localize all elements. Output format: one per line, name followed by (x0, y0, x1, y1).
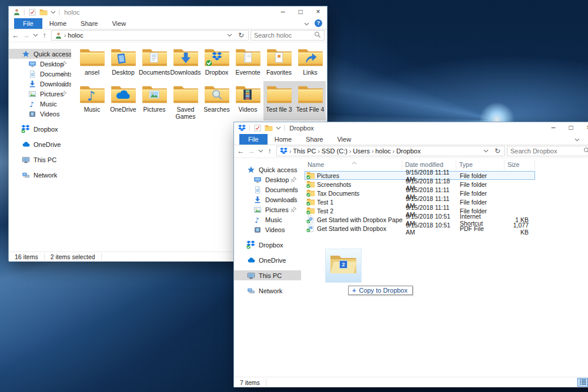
properties-icon[interactable] (28, 8, 36, 16)
w1-address-bar[interactable]: ›holoc ↻ (51, 30, 249, 41)
sidebar-item-this-pc[interactable]: This PC (234, 270, 301, 280)
breadcrumb-segment-this-pc[interactable]: This PC (293, 148, 316, 155)
maximize-button[interactable]: □ (562, 122, 580, 133)
close-button[interactable]: × (580, 122, 588, 133)
ribbon-tab-file[interactable]: File (14, 18, 42, 29)
back-button[interactable]: ← (236, 147, 246, 155)
new-folder-icon[interactable] (39, 9, 48, 16)
file-row-get-started-with-dropbox[interactable]: Get Started with Dropbox9/15/2018 10:51 … (305, 224, 535, 233)
sidebar-item-music[interactable]: ♪Music (9, 99, 71, 109)
search-input[interactable] (510, 148, 583, 155)
grid-item-desktop[interactable]: Desktop (108, 44, 139, 81)
sidebar-item-quick-access[interactable]: Quick access (234, 165, 301, 175)
sidebar-item-videos[interactable]: Videos (234, 225, 301, 234)
sidebar-item-this-pc[interactable]: This PC (9, 155, 71, 165)
pin-icon[interactable] (61, 61, 67, 68)
sidebar-item-pictures[interactable]: Pictures (234, 205, 301, 215)
breadcrumb-segment-dropbox[interactable]: Dropbox (396, 148, 421, 155)
ribbon-tab-view[interactable]: View (105, 18, 133, 29)
breadcrumb-segment-ssd-c-[interactable]: SSD (C:) (322, 148, 348, 155)
w2-address-bar[interactable]: ›This PC›SSD (C:)›Users›holoc›Dropbox ↻ (276, 146, 505, 156)
up-button[interactable]: ↑ (39, 31, 49, 39)
sidebar-item-quick-access[interactable]: Quick access (9, 49, 71, 59)
close-button[interactable]: × (309, 6, 327, 18)
sidebar-item-network[interactable]: Network (234, 286, 301, 296)
pin-icon[interactable] (61, 71, 67, 78)
ribbon-tab-share[interactable]: Share (74, 18, 105, 29)
grid-item-test-file-3[interactable]: Test file 3 (263, 81, 295, 120)
pin-icon[interactable] (290, 186, 297, 194)
forward-button[interactable]: → (21, 31, 31, 39)
breadcrumb-segment-holoc[interactable]: holoc (375, 148, 390, 155)
dropbox-logo-icon[interactable] (238, 125, 246, 132)
window-dropbox[interactable]: | | Dropbox – □ × FileHomeShareView ← → (233, 122, 588, 387)
grid-item-searches[interactable]: Searches (201, 81, 232, 120)
column-header-date-modified[interactable]: Date modified (402, 160, 456, 170)
grid-item-videos[interactable]: Videos (232, 81, 263, 120)
grid-item-evernote[interactable]: Evernote (232, 44, 263, 81)
back-button[interactable]: ← (11, 31, 21, 39)
sidebar-item-network[interactable]: Network (9, 170, 71, 180)
ribbon-tab-file[interactable]: File (239, 134, 268, 145)
minimize-button[interactable]: – (274, 6, 292, 18)
pin-icon[interactable] (290, 206, 297, 214)
sidebar-item-desktop[interactable]: Desktop (234, 175, 301, 185)
refresh-button[interactable]: ↻ (492, 147, 503, 155)
sidebar-item-onedrive[interactable]: OneDrive (9, 139, 71, 149)
sidebar-item-documents[interactable]: Documents (9, 69, 71, 79)
column-header-type[interactable]: Type (456, 160, 505, 170)
new-folder-icon[interactable] (265, 125, 273, 132)
w2-titlebar[interactable]: | | Dropbox – □ × (234, 122, 588, 133)
grid-item-test-file-4[interactable]: Test File 4 (295, 81, 326, 120)
grid-item-links[interactable]: Links (295, 44, 326, 81)
recent-locations-chevron-icon[interactable] (32, 33, 39, 37)
grid-item-documents[interactable]: Documents (139, 44, 170, 81)
address-dropdown-chevron-icon[interactable] (481, 149, 491, 153)
grid-item-saved-games[interactable]: Saved Games (170, 81, 201, 120)
sidebar-item-downloads[interactable]: Downloads (234, 195, 301, 205)
address-dropdown-chevron-icon[interactable] (225, 33, 235, 37)
recent-locations-chevron-icon[interactable] (257, 149, 264, 153)
pin-icon[interactable] (61, 81, 67, 88)
ribbon-expand-chevron-icon[interactable] (304, 20, 309, 27)
grid-item-pictures[interactable]: Pictures (139, 81, 170, 120)
pin-icon[interactable] (290, 176, 297, 184)
sidebar-item-desktop[interactable]: Desktop (9, 59, 71, 69)
grid-item-ansel[interactable]: ansel (76, 44, 108, 81)
details-view-button[interactable] (577, 378, 588, 387)
refresh-button[interactable]: ↻ (236, 31, 246, 39)
ribbon-expand-chevron-icon[interactable] (574, 136, 580, 143)
breadcrumb-segment-holoc[interactable]: holoc (68, 32, 83, 39)
minimize-button[interactable]: – (544, 122, 562, 133)
ribbon-tab-share[interactable]: Share (299, 134, 330, 145)
up-button[interactable]: ↑ (265, 147, 275, 155)
sidebar-item-videos[interactable]: Videos (9, 109, 71, 119)
forward-button[interactable]: → (246, 147, 256, 155)
w1-titlebar[interactable]: | | holoc – □ × (9, 6, 327, 18)
w2-search-box[interactable] (507, 146, 588, 156)
sidebar-item-pictures[interactable]: Pictures (9, 89, 71, 99)
pin-icon[interactable] (290, 196, 297, 204)
properties-icon[interactable] (253, 124, 262, 132)
sidebar-item-dropbox[interactable]: Dropbox (9, 124, 71, 134)
maximize-button[interactable]: □ (292, 6, 309, 18)
user-avatar-icon[interactable] (13, 8, 21, 16)
search-input[interactable] (254, 32, 314, 39)
sidebar-item-documents[interactable]: Documents (234, 185, 301, 195)
sidebar-item-downloads[interactable]: Downloads (9, 79, 71, 89)
sidebar-item-music[interactable]: ♪Music (234, 215, 301, 225)
grid-item-music[interactable]: ♪Music (76, 81, 108, 120)
sidebar-item-dropbox[interactable]: Dropbox (234, 240, 301, 250)
breadcrumb-segment-users[interactable]: Users (353, 148, 370, 155)
grid-item-dropbox[interactable]: Dropbox (201, 44, 232, 81)
column-header-size[interactable]: Size (505, 160, 535, 170)
ribbon-tab-home[interactable]: Home (42, 18, 74, 29)
pin-icon[interactable] (61, 91, 67, 98)
w1-search-box[interactable] (250, 30, 325, 41)
qat-customize-chevron-icon[interactable] (276, 126, 281, 130)
qat-customize-chevron-icon[interactable] (51, 11, 56, 14)
grid-item-downloads[interactable]: Downloads (170, 44, 201, 81)
grid-item-favorites[interactable]: Favorites (263, 44, 295, 81)
help-button[interactable]: ? (315, 19, 322, 27)
ribbon-tab-home[interactable]: Home (268, 134, 299, 145)
